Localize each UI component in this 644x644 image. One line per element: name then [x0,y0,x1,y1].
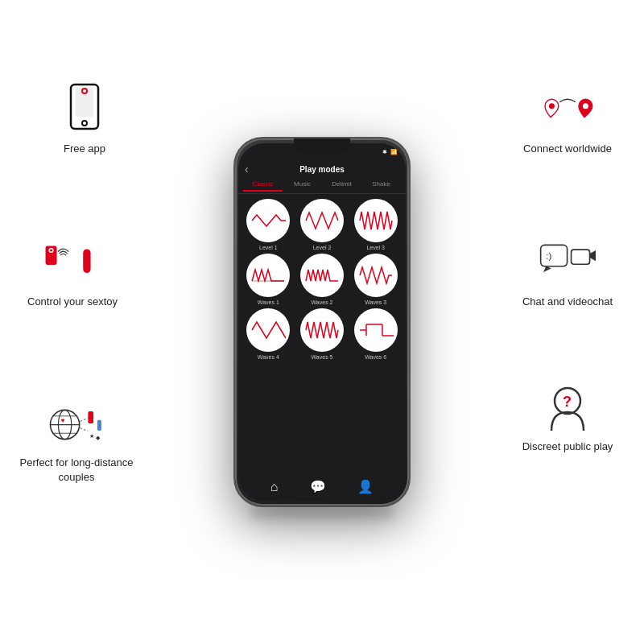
mode-circle-level1 [246,199,290,242]
bottom-nav: ⌂ 💬 👤 [238,479,406,494]
mode-label-waves5: Waves 5 [312,354,333,360]
svg-text:★: ★ [89,432,94,440]
tab-music[interactable]: Music [283,180,322,192]
mode-waves4[interactable]: Waves 4 [243,308,294,360]
svg-point-28 [583,103,588,109]
mode-circle-waves2 [300,254,344,297]
phone: ✱ 📶 ‹ Play modes Classic Music Delimit S… [233,137,411,507]
person-icon: ? [539,378,596,435]
mode-circle-waves6 [354,308,398,352]
mode-level2[interactable]: Level 2 [297,199,348,250]
profile-icon[interactable]: 👤 [357,479,374,494]
tab-classic[interactable]: Classic [243,180,283,192]
globe-icon: ♥ ★ ◆ [48,397,105,449]
wave-level3-icon [358,208,394,233]
wave-level1-icon [250,208,286,233]
home-icon[interactable]: ⌂ [270,480,279,494]
connect-label: Connect worldwide [523,142,612,156]
feature-discreet: ? Discreet public play [507,378,628,454]
mode-label-waves2: Waves 2 [312,299,333,305]
tab-shake[interactable]: Shake [361,180,401,192]
back-button[interactable]: ‹ [245,163,249,175]
mode-waves1[interactable]: Waves 1 [243,254,294,305]
chat-label: Chat and videochat [522,295,613,309]
feature-connect: Connect worldwide [507,80,628,156]
svg-point-10 [83,89,86,93]
svg-point-27 [549,103,555,109]
chat-icon: :) [539,237,596,286]
mode-label-level3: Level 3 [366,245,385,250]
phone-screen: ✱ 📶 ‹ Play modes Classic Music Delimit S… [238,143,406,501]
feature-chat: :) Chat and videochat [507,233,628,309]
svg-rect-14 [83,249,90,273]
app-nav: ‹ Play modes [238,161,406,177]
wave-waves6-icon [358,318,394,342]
connect-icon-box [539,80,596,137]
phone-notch [294,138,350,153]
phone-reflection [251,507,393,523]
svg-rect-29 [541,245,568,266]
bluetooth-icon: ✱ [382,149,387,155]
wave-waves1-icon [250,263,286,287]
mode-waves5[interactable]: Waves 5 [297,308,348,360]
svg-text::): :) [546,251,551,261]
control-icon-box [44,233,101,290]
svg-text:♥: ♥ [61,417,65,424]
svg-rect-25 [97,419,101,430]
wifi-icon: 📶 [390,149,398,155]
mode-label-waves6: Waves 6 [365,354,386,360]
mode-circle-waves1 [246,254,290,297]
mode-label-level2: Level 2 [313,245,332,250]
chat-icon-box: :) [539,233,596,290]
tab-delimit[interactable]: Delimit [322,180,361,192]
feature-free-app: Free app [24,80,145,156]
feature-longdist: ♥ ★ ◆ Perfect for long-distance couples [16,394,137,485]
svg-line-21 [80,418,89,421]
wave-waves2-icon [304,263,340,287]
control-icon [44,237,101,286]
chat-nav-icon[interactable]: 💬 [310,479,326,494]
mode-circle-waves5 [300,308,344,352]
free-app-label: Free app [64,142,105,156]
svg-text:◆: ◆ [96,434,101,441]
longdist-icon-box: ♥ ★ ◆ [48,394,105,451]
svg-point-8 [82,121,87,126]
mode-circle-level3 [354,199,398,242]
mode-level3[interactable]: Level 3 [350,199,401,250]
mode-label-level1: Level 1 [259,245,278,250]
mode-waves3[interactable]: Waves 3 [350,254,401,305]
modes-grid: Level 1 Level 2 [238,194,406,365]
svg-rect-23 [88,411,93,423]
wave-waves3-icon [358,263,394,287]
feature-control: Control your sextoy [12,233,133,309]
mode-label-waves4: Waves 4 [258,354,279,360]
mode-label-waves3: Waves 3 [365,299,386,305]
mode-waves6[interactable]: Waves 6 [350,308,401,360]
svg-line-22 [80,427,89,431]
svg-marker-33 [590,250,596,261]
longdist-label: Perfect for long-distance couples [16,456,137,485]
tab-bar: Classic Music Delimit Shake [238,177,406,194]
control-label: Control your sextoy [27,295,118,309]
wave-waves5-icon [304,318,340,342]
mode-waves2[interactable]: Waves 2 [297,254,348,305]
svg-marker-31 [543,266,551,272]
location-icon [539,87,596,131]
wave-waves4-icon [250,318,286,342]
mode-circle-waves4 [246,308,290,352]
free-app-icon-box [56,80,113,137]
mode-level1[interactable]: Level 1 [243,199,294,250]
svg-rect-32 [572,250,590,264]
wave-level2-icon [304,208,340,233]
svg-text:?: ? [563,394,572,410]
mode-circle-level2 [300,199,344,242]
svg-point-13 [50,249,52,251]
screen-title: Play modes [299,165,345,174]
phone-body: ✱ 📶 ‹ Play modes Classic Music Delimit S… [233,137,411,507]
discreet-label: Discreet public play [522,440,613,454]
phone-icon [64,83,105,135]
discreet-icon-box: ? [539,378,596,435]
mode-circle-waves3 [354,254,398,297]
mode-label-waves1: Waves 1 [258,299,279,305]
